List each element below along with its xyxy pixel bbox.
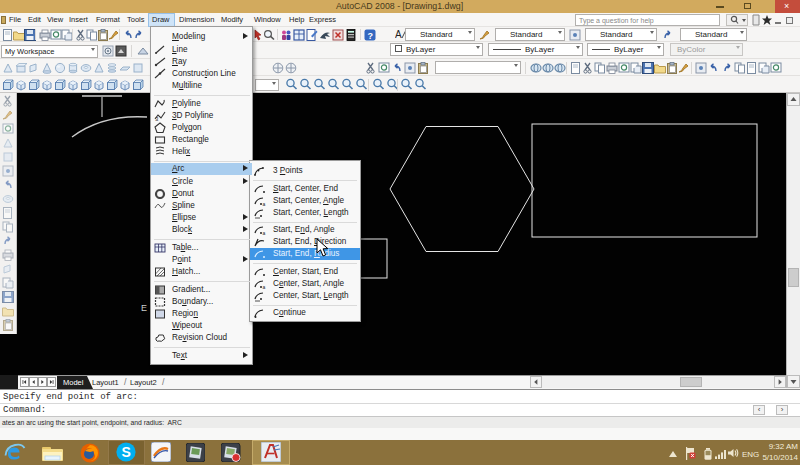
svg-text:A: A <box>395 29 402 40</box>
svg-text:3: 3 <box>155 116 159 121</box>
svg-text:E: E <box>141 303 147 313</box>
svg-text:?: ? <box>368 31 374 41</box>
svg-text:S: S <box>122 444 131 460</box>
